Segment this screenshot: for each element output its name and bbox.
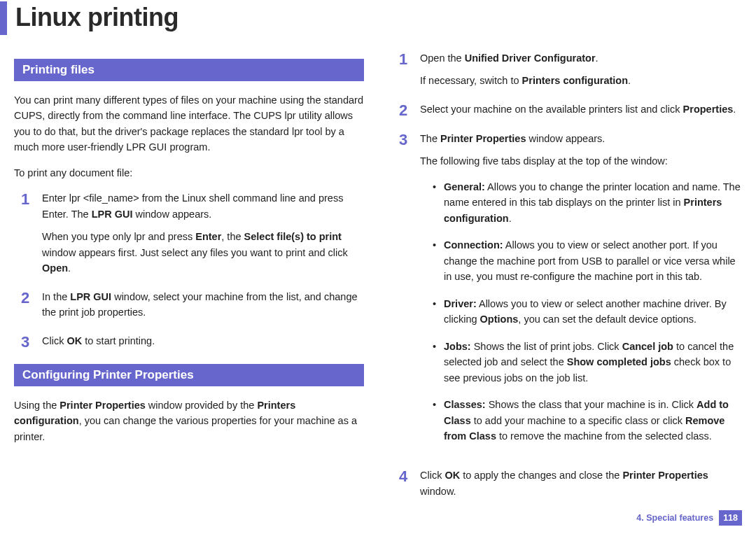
tabs-list: General: Allows you to change the printe… bbox=[420, 179, 742, 444]
page-footer: 4. Special features 118 bbox=[636, 510, 742, 526]
text: Open the bbox=[420, 52, 465, 64]
bold-text: General: bbox=[444, 181, 485, 192]
text: If necessary, switch to bbox=[420, 75, 522, 86]
tab-driver: Driver: Allows you to view or select ano… bbox=[433, 296, 742, 328]
intro-paragraph-2: To print any document file: bbox=[14, 165, 364, 181]
text: window appears. bbox=[526, 133, 606, 144]
text: Using the bbox=[14, 400, 59, 411]
text: Shows the class that your machine is in.… bbox=[486, 399, 696, 410]
text: . bbox=[628, 75, 631, 86]
bold-text: Select file(s) to print bbox=[244, 231, 342, 242]
right-step-3: 3 The Printer Properties window appears.… bbox=[392, 131, 742, 456]
text: to remove the machine from the selected … bbox=[496, 430, 712, 442]
step-text: Enter lpr <file_name> from the Linux she… bbox=[42, 190, 364, 276]
step-line: Click OK to apply the changes and close … bbox=[420, 468, 742, 499]
tab-jobs: Jobs: Shows the list of print jobs. Clic… bbox=[433, 339, 742, 386]
bold-text: LPR GUI bbox=[92, 209, 133, 220]
step-number: 3 bbox=[14, 333, 42, 350]
bold-text: Driver: bbox=[444, 298, 477, 309]
right-step-1: 1 Open the Unified Driver Configurator. … bbox=[392, 50, 742, 89]
step-number: 2 bbox=[14, 289, 42, 306]
step-text: In the LPR GUI window, select your machi… bbox=[42, 289, 364, 321]
tab-classes: Classes: Shows the class that your machi… bbox=[433, 397, 742, 444]
step-text: Click OK to apply the changes and close … bbox=[420, 468, 742, 499]
text: window appears. bbox=[132, 209, 211, 220]
left-column: Printing files You can print many differ… bbox=[14, 45, 364, 512]
step-text: Click OK to start printing. bbox=[42, 333, 364, 349]
step-line: In the LPR GUI window, select your machi… bbox=[42, 289, 364, 321]
step-number: 1 bbox=[392, 50, 420, 67]
text: . bbox=[596, 52, 598, 64]
step-line: Enter lpr <file_name> from the Linux she… bbox=[42, 190, 364, 222]
footer-page-number: 118 bbox=[719, 510, 742, 526]
bold-text: LPR GUI bbox=[70, 291, 111, 302]
text: , you can set the default device options… bbox=[518, 314, 696, 325]
bold-text: Show completed jobs bbox=[567, 356, 671, 367]
outro-paragraph: Using the Printer Properties window prov… bbox=[14, 398, 364, 444]
text: , the bbox=[221, 231, 244, 242]
step-line: The Printer Properties window appears. bbox=[420, 131, 742, 146]
text: Click bbox=[420, 470, 444, 481]
tab-general: General: Allows you to change the printe… bbox=[433, 179, 742, 226]
intro-paragraph: You can print many different types of fi… bbox=[14, 92, 364, 155]
text: Select your machine on the available pri… bbox=[420, 104, 683, 115]
bold-text: Connection: bbox=[444, 239, 503, 251]
section-printing-files: Printing files bbox=[14, 59, 364, 81]
text: Shows the list of print jobs. Click bbox=[471, 341, 622, 352]
text: to start printing. bbox=[82, 335, 155, 346]
right-step-2: 2 Select your machine on the available p… bbox=[392, 101, 742, 118]
step-line: When you type only lpr and press Enter, … bbox=[42, 229, 364, 276]
left-step-1: 1 Enter lpr <file_name> from the Linux s… bbox=[14, 190, 364, 276]
left-step-3: 3 Click OK to start printing. bbox=[14, 333, 364, 350]
text: . bbox=[68, 262, 71, 274]
text: . bbox=[733, 104, 736, 115]
section-configuring: Configuring Printer Properties bbox=[14, 364, 364, 386]
content-2col: Printing files You can print many differ… bbox=[0, 35, 756, 512]
left-step-2: 2 In the LPR GUI window, select your mac… bbox=[14, 289, 364, 321]
step-text: The Printer Properties window appears. T… bbox=[420, 131, 742, 456]
bold-text: Properties bbox=[683, 104, 734, 115]
step-line: Open the Unified Driver Configurator. bbox=[420, 50, 742, 66]
text: In the bbox=[42, 291, 70, 302]
text: window provided by the bbox=[146, 400, 258, 411]
title-accent bbox=[0, 1, 7, 35]
step-line: Click OK to start printing. bbox=[42, 333, 364, 349]
step-number: 3 bbox=[392, 131, 420, 148]
bold-text: Printer Properties bbox=[59, 400, 146, 411]
step-line: The following five tabs display at the t… bbox=[420, 153, 742, 169]
text: to add your machine to a specific class … bbox=[471, 415, 685, 426]
right-step-4: 4 Click OK to apply the changes and clos… bbox=[392, 468, 742, 499]
bold-text: Unified Driver Configurator bbox=[465, 52, 596, 64]
bold-text: Jobs: bbox=[444, 341, 471, 352]
text: window. bbox=[420, 486, 456, 497]
bold-text: Classes: bbox=[444, 399, 486, 410]
step-number: 4 bbox=[392, 468, 420, 484]
right-column: 1 Open the Unified Driver Configurator. … bbox=[392, 45, 742, 512]
bold-text: Options bbox=[480, 314, 519, 325]
bold-text: OK bbox=[66, 335, 82, 346]
bold-text: Printer Properties bbox=[440, 133, 526, 144]
text: Click bbox=[42, 335, 66, 346]
bold-text: OK bbox=[444, 470, 460, 481]
text: window appears first. Just select any fi… bbox=[42, 247, 348, 258]
step-number: 2 bbox=[392, 101, 420, 118]
text: . bbox=[509, 213, 512, 224]
bold-text: Open bbox=[42, 262, 68, 274]
step-text: Select your machine on the available pri… bbox=[420, 101, 742, 117]
page-title-bar: Linux printing bbox=[0, 1, 756, 35]
step-text: Open the Unified Driver Configurator. If… bbox=[420, 50, 742, 89]
text: The bbox=[420, 133, 440, 144]
text: When you type only lpr and press bbox=[42, 231, 195, 242]
step-number: 1 bbox=[14, 190, 42, 207]
bold-text: Printers configuration bbox=[522, 75, 628, 86]
footer-chapter: 4. Special features bbox=[636, 513, 713, 523]
bold-text: Printer Properties bbox=[622, 470, 708, 481]
bold-text: Enter bbox=[195, 231, 221, 242]
step-line: If necessary, switch to Printers configu… bbox=[420, 73, 742, 88]
step-line: Select your machine on the available pri… bbox=[420, 101, 742, 117]
page-title: Linux printing bbox=[15, 1, 178, 35]
bold-text: Cancel job bbox=[622, 341, 673, 352]
text: to apply the changes and close the bbox=[460, 470, 622, 481]
tab-connection: Connection: Allows you to view or select… bbox=[433, 237, 742, 284]
